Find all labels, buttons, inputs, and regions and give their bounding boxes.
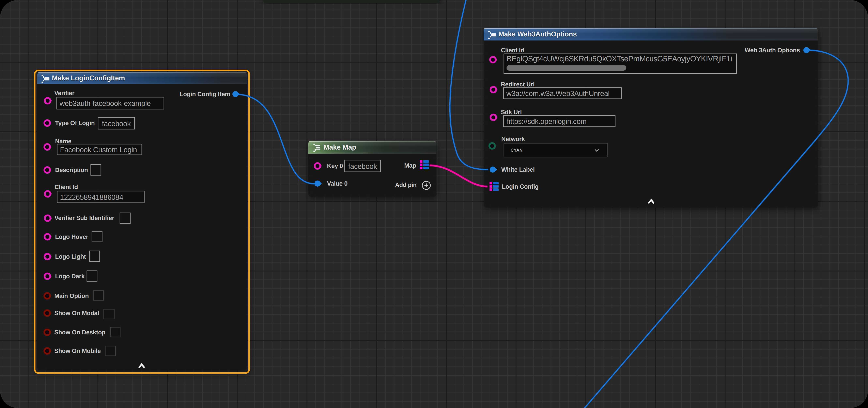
svg-text:Main Option: Main Option bbox=[54, 293, 89, 299]
svg-text:Make Map: Make Map bbox=[323, 143, 356, 151]
svg-text:Redirect Url: Redirect Url bbox=[501, 81, 534, 88]
svg-text:Login Config Item: Login Config Item bbox=[180, 91, 230, 98]
svg-text:Verifier: Verifier bbox=[54, 90, 74, 97]
svg-text:facebook: facebook bbox=[102, 120, 131, 128]
svg-text:Client Id: Client Id bbox=[501, 47, 524, 54]
svg-text:Key 0: Key 0 bbox=[327, 163, 343, 169]
svg-text:Network: Network bbox=[501, 136, 525, 142]
svg-text:facebook: facebook bbox=[348, 162, 377, 170]
svg-text:https://sdk.openlogin.com: https://sdk.openlogin.com bbox=[506, 117, 587, 126]
svg-text:Logo Hover: Logo Hover bbox=[55, 234, 88, 240]
svg-text:Show On Desktop: Show On Desktop bbox=[54, 329, 105, 336]
svg-text:CYAN: CYAN bbox=[510, 148, 523, 152]
svg-text:Add pin: Add pin bbox=[395, 182, 416, 188]
svg-text:web3auth-facebook-example: web3auth-facebook-example bbox=[59, 99, 151, 107]
svg-text:1222658941886084: 1222658941886084 bbox=[60, 193, 123, 201]
svg-text:Make Web3AuthOptions: Make Web3AuthOptions bbox=[498, 30, 577, 38]
svg-text:Login Config: Login Config bbox=[502, 183, 538, 190]
svg-text:Show On Mobile: Show On Mobile bbox=[54, 348, 101, 354]
svg-text:Description: Description bbox=[55, 167, 88, 173]
svg-text:White Label: White Label bbox=[501, 166, 535, 173]
svg-text:Value 0: Value 0 bbox=[327, 180, 347, 187]
svg-text:Logo Dark: Logo Dark bbox=[55, 273, 85, 280]
svg-text:Client Id: Client Id bbox=[55, 184, 78, 191]
svg-text:Make LoginConfigItem: Make LoginConfigItem bbox=[52, 74, 125, 82]
svg-text:w3a://com.w3a.Web3AuthUnreal: w3a://com.w3a.Web3AuthUnreal bbox=[506, 89, 610, 98]
svg-text:Logo Light: Logo Light bbox=[55, 253, 86, 260]
svg-text:Web 3Auth Options: Web 3Auth Options bbox=[745, 47, 800, 54]
svg-text:Verifier Sub Identifier: Verifier Sub Identifier bbox=[55, 215, 114, 222]
svg-text:BEglQSgt4cUWcj6SKRdu5QkOXTsePm: BEglQSgt4cUWcj6SKRdu5QkOXTsePmMcusG5EAoy… bbox=[506, 55, 732, 63]
svg-text:Show On Modal: Show On Modal bbox=[54, 310, 99, 316]
svg-text:Name: Name bbox=[55, 138, 71, 145]
svg-text:Sdk Url: Sdk Url bbox=[501, 109, 522, 115]
svg-text:Map: Map bbox=[404, 162, 416, 169]
svg-text:Type Of Login: Type Of Login bbox=[55, 120, 95, 127]
svg-text:Facebook Custom Login: Facebook Custom Login bbox=[60, 145, 137, 154]
